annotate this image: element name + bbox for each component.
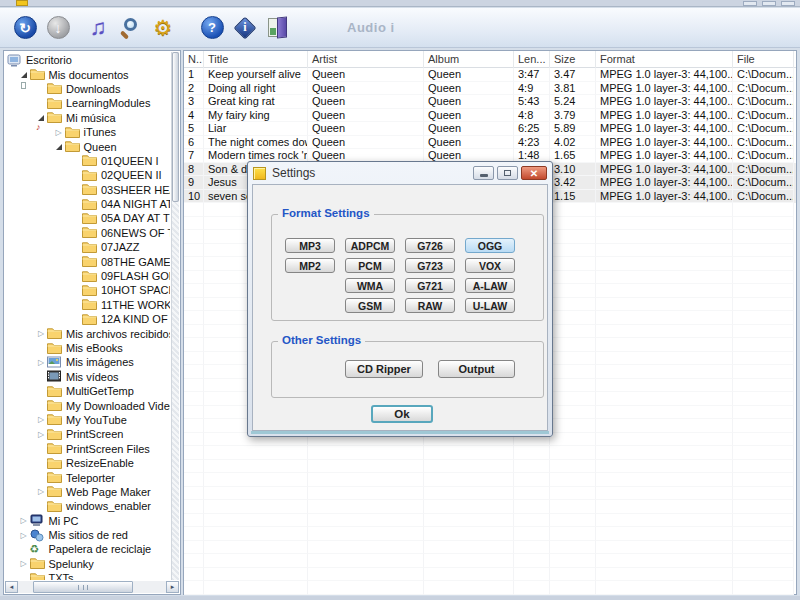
tree-item[interactable]: Mis eBooks xyxy=(5,341,170,355)
scroll-left-arrow-icon[interactable]: ◂ xyxy=(5,581,18,593)
tree-item[interactable]: ▷PrintScreen xyxy=(5,427,170,441)
tree-item[interactable]: LearningModules xyxy=(5,96,170,110)
track-row[interactable]: 6The night comes downQueenQueen4:234.02M… xyxy=(184,136,796,150)
raw-format-button[interactable]: RAW xyxy=(405,298,455,313)
tree-item[interactable]: Queen xyxy=(5,139,170,153)
dialog-minimize-button[interactable] xyxy=(473,166,494,180)
window-maximize-button[interactable] xyxy=(762,1,776,6)
adpcm-format-button[interactable]: ADPCM xyxy=(345,238,395,253)
ok-button[interactable]: Ok xyxy=(371,405,433,423)
music-button[interactable]: ♫ xyxy=(83,13,113,43)
vox-format-button[interactable]: VOX xyxy=(465,258,515,273)
tree-item[interactable]: ▷Spelunky xyxy=(5,557,170,571)
tree-item[interactable]: Mis vídeos xyxy=(5,370,170,384)
tree-item[interactable]: 04A NIGHT AT TH xyxy=(5,197,170,211)
mp2-format-button[interactable]: MP2 xyxy=(285,258,335,273)
tree-item[interactable]: MultiGetTemp xyxy=(5,384,170,398)
output-button[interactable]: Output xyxy=(438,360,515,378)
tree-item[interactable]: TXTs xyxy=(5,571,170,580)
tree-item[interactable]: Mis documentos xyxy=(5,67,170,81)
tree-expanded-arrow-icon[interactable] xyxy=(18,72,30,78)
tree-collapsed-arrow-icon[interactable]: ▷ xyxy=(35,358,47,367)
tree-item[interactable]: ▷Mis sitios de red xyxy=(5,528,170,542)
tree-item[interactable]: 07JAZZ xyxy=(5,240,170,254)
tree-hscroll-thumb[interactable] xyxy=(33,581,134,593)
tree-collapsed-arrow-icon[interactable]: ▷ xyxy=(18,516,30,525)
tree-vscroll-thumb[interactable] xyxy=(172,52,179,202)
tree-collapsed-arrow-icon[interactable]: ▷ xyxy=(35,430,47,439)
g723-format-button[interactable]: G723 xyxy=(405,258,455,273)
pcm-format-button[interactable]: PCM xyxy=(345,258,395,273)
g721-format-button[interactable]: G721 xyxy=(405,278,455,293)
tree-item[interactable]: My Downloaded Video xyxy=(5,398,170,412)
column-header-len[interactable]: Len... xyxy=(514,51,550,68)
column-header-file[interactable]: File xyxy=(733,51,794,68)
scroll-right-arrow-icon[interactable]: ▸ xyxy=(166,581,179,593)
tree-item[interactable]: PrintScreen Files xyxy=(5,442,170,456)
tree-item[interactable]: 11THE WORKS xyxy=(5,298,170,312)
tree-item[interactable]: ♻Papelera de reciclaje xyxy=(5,542,170,556)
tree-collapsed-arrow-icon[interactable]: ▷ xyxy=(53,128,65,137)
tree-item[interactable]: Teleporter xyxy=(5,470,170,484)
tree-item[interactable]: Downloads xyxy=(5,82,170,96)
info-button[interactable]: i xyxy=(230,13,260,43)
column-header-size[interactable]: Size xyxy=(550,51,596,68)
window-close-button[interactable] xyxy=(781,1,795,6)
alaw-format-button[interactable]: A-LAW xyxy=(465,278,515,293)
tree-item[interactable]: ▷Mi PC xyxy=(5,514,170,528)
tree-item[interactable]: Escritorio xyxy=(5,53,170,67)
column-header-album[interactable]: Album xyxy=(424,51,514,68)
track-row[interactable]: 4My fairy kingQueenQueen4:83.79MPEG 1.0 … xyxy=(184,109,796,123)
tree-item[interactable]: 12A KIND OF MA xyxy=(5,312,170,326)
ogg-format-button[interactable]: OGG xyxy=(465,238,515,253)
column-header-title[interactable]: Title xyxy=(204,51,308,68)
tree-item[interactable]: ▷Mis imágenes xyxy=(5,355,170,369)
tree-collapsed-arrow-icon[interactable]: ▷ xyxy=(18,531,30,540)
tree-collapsed-arrow-icon[interactable]: ▷ xyxy=(35,329,47,338)
tree-item[interactable]: ▷iTunes xyxy=(5,125,170,139)
convert-button[interactable]: ↻ xyxy=(10,13,40,43)
column-header-n[interactable]: N.. xyxy=(184,51,204,68)
column-header-artist[interactable]: Artist xyxy=(308,51,424,68)
tree-item[interactable]: ▷Web Page Maker xyxy=(5,485,170,499)
tree-expanded-arrow-icon[interactable] xyxy=(53,144,65,150)
wma-format-button[interactable]: WMA xyxy=(345,278,395,293)
tree-item[interactable]: 02QUEEN II xyxy=(5,168,170,182)
window-minimize-button[interactable] xyxy=(743,1,757,6)
dialog-close-button[interactable]: ✕ xyxy=(521,166,547,180)
tree-item[interactable]: ♪Mi música xyxy=(5,111,170,125)
tree-item[interactable]: 06NEWS OF THE xyxy=(5,226,170,240)
tree-item[interactable]: 05A DAY AT THE xyxy=(5,211,170,225)
tree-expanded-arrow-icon[interactable] xyxy=(35,115,47,121)
tree-item[interactable]: windows_enabler xyxy=(5,499,170,513)
tree-item[interactable]: 10HOT SPACE xyxy=(5,283,170,297)
track-row[interactable]: 2Doing all rightQueenQueen4:93.81MPEG 1.… xyxy=(184,82,796,96)
ulaw-format-button[interactable]: U-LAW xyxy=(465,298,515,313)
column-header-format[interactable]: Format xyxy=(596,51,733,68)
tree-vertical-scrollbar[interactable] xyxy=(171,52,179,580)
settings-dialog-titlebar[interactable]: Settings ✕ xyxy=(248,162,552,184)
tree-item[interactable]: ResizeEnable xyxy=(5,456,170,470)
track-row[interactable]: 3Great king ratQueenQueen5:435.24MPEG 1.… xyxy=(184,95,796,109)
exit-button[interactable] xyxy=(263,13,293,43)
g726-format-button[interactable]: G726 xyxy=(405,238,455,253)
dialog-maximize-button[interactable] xyxy=(497,166,518,180)
tree-item[interactable]: 01QUEEN I xyxy=(5,154,170,168)
cd-ripper-button[interactable]: CD Ripper xyxy=(345,360,423,378)
tree-item[interactable]: ▷Mis archivos recibidos xyxy=(5,326,170,340)
tree-hscroll-track[interactable] xyxy=(18,581,166,593)
help-button[interactable]: ? xyxy=(197,13,227,43)
gsm-format-button[interactable]: GSM xyxy=(345,298,395,313)
tree-item[interactable]: ▷My YouTube xyxy=(5,413,170,427)
search-button[interactable] xyxy=(115,13,145,43)
tree-horizontal-scrollbar[interactable]: ◂ ▸ xyxy=(5,581,179,593)
tree-item[interactable]: 09FLASH GORDO xyxy=(5,269,170,283)
tree-collapsed-arrow-icon[interactable]: ▷ xyxy=(35,487,47,496)
mp3-format-button[interactable]: MP3 xyxy=(285,238,335,253)
tree-collapsed-arrow-icon[interactable]: ▷ xyxy=(35,415,47,424)
settings-button[interactable]: ⚙ xyxy=(148,13,178,43)
track-row[interactable]: 1Keep yourself aliveQueenQueen3:473.47MP… xyxy=(184,68,796,82)
tree-item[interactable]: 03SHEER HEART xyxy=(5,183,170,197)
tree-collapsed-arrow-icon[interactable]: ▷ xyxy=(18,559,30,568)
track-row[interactable]: 5LiarQueenQueen6:255.89MPEG 1.0 layer-3:… xyxy=(184,122,796,136)
